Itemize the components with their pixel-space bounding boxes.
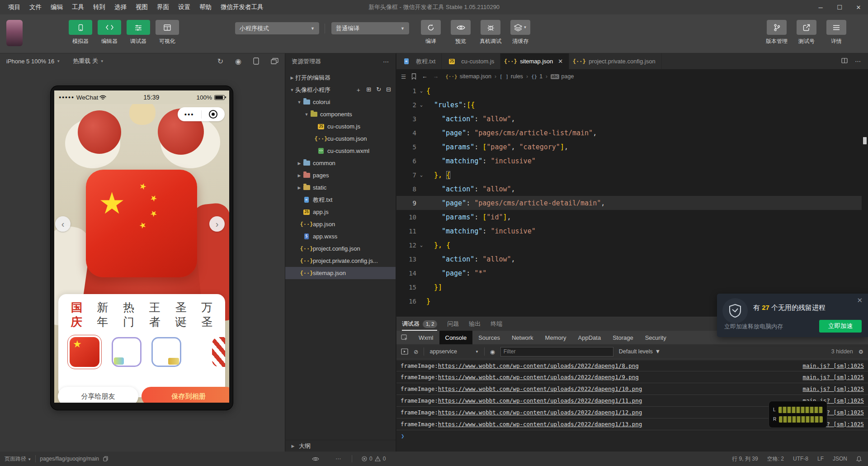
hot-reload-toggle[interactable]: 热重载 关▼ <box>73 57 104 65</box>
menu-item[interactable]: 帮助 <box>195 2 216 13</box>
toolbar-button-测试号[interactable]: 测试号 <box>794 20 819 45</box>
code-editor[interactable]: 1⌄{2⌄"rules":[{3"action": "allow",4"page… <box>396 84 862 317</box>
tree-item-cu-custom.wxml[interactable]: <>cu-custom.wxml <box>285 145 396 157</box>
editor-tab-sitemap.json[interactable]: {··}sitemap.json✕ <box>500 53 569 69</box>
new-folder-icon[interactable]: ⊞ <box>366 86 371 94</box>
tree-item-cu-custom.js[interactable]: JScu-custom.js <box>285 120 396 133</box>
more-dots-button[interactable]: ••• <box>178 112 201 117</box>
devtools-tab-Security[interactable]: Security <box>639 331 672 344</box>
rotate-icon[interactable]: ↻ <box>217 57 223 66</box>
console-sidebar-icon[interactable] <box>401 348 408 355</box>
breadcrumb-item-1[interactable]: {}1 <box>531 73 542 80</box>
copy-path-icon[interactable] <box>103 456 108 461</box>
toolbar-button-详情[interactable]: 详情 <box>824 20 849 45</box>
editor-scrollbar[interactable] <box>862 84 868 317</box>
toolbar-button-预览[interactable]: 预览 <box>448 20 473 45</box>
log-url-link[interactable]: https://www.wobbt.com/wp-content/uploads… <box>438 362 639 369</box>
toolbar-button-真机调试[interactable]: 真机调试 <box>478 20 503 45</box>
tree-item-project.config.json[interactable]: {··}project.config.json <box>285 243 396 255</box>
blue-frame-thumb[interactable] <box>151 337 181 367</box>
category-tab[interactable]: 国庆 <box>71 300 82 329</box>
toolbar-button-编译[interactable]: 编译 <box>418 20 443 45</box>
more-actions-icon[interactable]: ⋯ <box>855 58 861 65</box>
devtools-tab-AppData[interactable]: AppData <box>572 331 607 344</box>
inspect-element-icon[interactable] <box>396 334 413 341</box>
tree-item-cu-custom.json[interactable]: {··}cu-custom.json <box>285 133 396 145</box>
console-filter-input[interactable] <box>500 347 613 357</box>
toolbar-button-调试器[interactable]: 调试器 <box>126 20 151 45</box>
log-url-link[interactable]: https://www.wobbt.com/wp-content/uploads… <box>438 421 642 428</box>
capsule-close-button[interactable] <box>202 110 225 119</box>
category-tab[interactable]: 万圣 <box>201 300 212 329</box>
log-url-link[interactable]: https://www.wobbt.com/wp-content/uploads… <box>438 397 642 404</box>
log-source-link[interactable]: main.js? [sm]:1025 <box>803 374 864 380</box>
mode-select[interactable]: 小程序模式▼ <box>235 22 319 34</box>
category-tab[interactable]: 圣诞 <box>175 300 186 329</box>
outline-section[interactable]: ▶ 大纲 <box>285 440 396 452</box>
menu-item[interactable]: 文件 <box>25 2 46 13</box>
menu-item[interactable]: 设置 <box>174 2 195 13</box>
toolbar-button-清缓存[interactable]: ▼清缓存 <box>508 20 533 45</box>
log-levels-select[interactable]: Default levels ▼ <box>619 348 660 355</box>
menu-item[interactable]: 视图 <box>131 2 152 13</box>
console-settings-gear-icon[interactable]: ⚙ <box>859 348 863 355</box>
tree-item-教程.txt[interactable]: ≡教程.txt <box>285 194 396 206</box>
split-editor-icon[interactable] <box>841 58 848 65</box>
flag-frame-thumb[interactable]: ★ <box>67 335 102 369</box>
tree-item-static[interactable]: ▶static <box>285 181 396 194</box>
compile-mode-select[interactable]: 普通编译▼ <box>331 22 409 34</box>
log-url-link[interactable]: https://www.wobbt.com/wp-content/uploads… <box>438 374 639 380</box>
tree-item-打开的编辑器[interactable]: ▶打开的编辑器 <box>285 71 396 84</box>
prev-frame-arrow[interactable]: ‹ <box>55 216 71 232</box>
statusbar-more-icon[interactable]: ⋯ <box>335 456 341 462</box>
next-frame-arrow[interactable]: › <box>209 216 225 232</box>
minimize-button[interactable]: ─ <box>811 0 830 14</box>
editor-tab-project.private.config.json[interactable]: {··}project.private.config.json <box>569 53 661 69</box>
user-avatar[interactable] <box>6 20 23 46</box>
back-arrow-icon[interactable]: ← <box>422 73 428 80</box>
stripe-frame-thumb[interactable] <box>212 337 225 367</box>
cursor-position[interactable]: 行 9, 列 39 <box>732 455 758 463</box>
refresh-icon[interactable]: ↻ <box>376 86 381 94</box>
menu-item[interactable]: 转到 <box>89 2 110 13</box>
forward-arrow-icon[interactable]: → <box>433 73 439 80</box>
panel-tab-终端[interactable]: 终端 <box>491 317 502 331</box>
console-prompt[interactable]: ❯ <box>396 430 868 442</box>
menu-item[interactable]: 编辑 <box>46 2 67 13</box>
fold-chevron-icon[interactable]: ⌄ <box>416 102 426 107</box>
problems-indicator[interactable]: 0 0 <box>362 456 386 462</box>
devtools-tab-Console[interactable]: Console <box>439 331 473 344</box>
toolbar-button-可视化[interactable]: 可视化 <box>155 20 180 45</box>
purple-frame-thumb[interactable] <box>112 337 142 367</box>
menu-item[interactable]: 项目 <box>4 2 25 13</box>
menu-item[interactable]: 选择 <box>110 2 131 13</box>
tree-item-pages[interactable]: ▶pages <box>285 169 396 181</box>
log-url-link[interactable]: https://www.wobbt.com/wp-content/uploads… <box>438 385 642 392</box>
maximize-button[interactable]: ☐ <box>830 0 849 14</box>
collapse-all-icon[interactable]: ⊟ <box>386 86 391 94</box>
log-source-link[interactable]: main.js? [sm]:1025 <box>803 385 864 392</box>
context-select[interactable]: appservice ▼ <box>429 348 478 355</box>
save-to-album-button[interactable]: 保存到相册 <box>142 387 229 403</box>
page-path-select[interactable]: 页面路径 ▼ <box>5 455 31 463</box>
close-button[interactable]: ✕ <box>849 0 868 14</box>
fold-chevron-icon[interactable]: ⌄ <box>416 88 426 93</box>
category-tab[interactable]: 热门 <box>123 300 134 329</box>
live-expression-icon[interactable]: ◉ <box>490 348 495 355</box>
log-source-link[interactable]: main.js? [sm]:1025 <box>803 362 864 369</box>
fold-chevron-icon[interactable]: ⌄ <box>416 243 426 247</box>
toolbar-button-模拟器[interactable]: 模拟器 <box>68 20 93 45</box>
category-tab[interactable]: 王者 <box>149 300 160 329</box>
menu-item[interactable]: 工具 <box>67 2 89 13</box>
tree-item-头像框小程序[interactable]: ▼头像框小程序＋⊞↻⊟ <box>285 84 396 96</box>
preview-eye-icon[interactable] <box>312 456 319 461</box>
devtools-tab-Sources[interactable]: Sources <box>472 331 506 344</box>
log-url-link[interactable]: https://www.wobbt.com/wp-content/uploads… <box>438 409 642 416</box>
menu-item[interactable]: 微信开发者工具 <box>216 2 268 13</box>
breadcrumb-item-rules[interactable]: [ ]rules <box>500 73 523 80</box>
devtools-tab-Storage[interactable]: Storage <box>607 331 639 344</box>
tree-item-app.js[interactable]: JSapp.js <box>285 206 396 218</box>
breadcrumb-item-page[interactable]: abcpage <box>551 73 574 80</box>
indent-setting[interactable]: 空格: 2 <box>767 455 784 463</box>
devtools-tab-Network[interactable]: Network <box>506 331 539 344</box>
